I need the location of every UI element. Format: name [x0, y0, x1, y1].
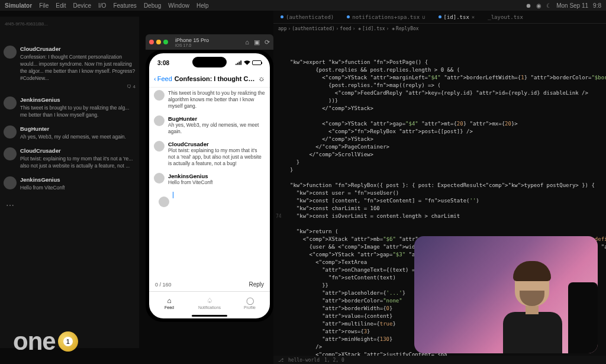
bell-icon: ♤: [207, 297, 213, 305]
thread-text: Ah yes, Web3, my old nemesis, we meet ag…: [168, 122, 265, 135]
menu-debug[interactable]: Debug: [144, 2, 161, 9]
thread-text: This tweet is brought to you by realizin…: [168, 90, 265, 109]
window-zoom-icon[interactable]: [163, 40, 168, 44]
avatar: [4, 147, 17, 160]
status-git: 1, 2, 0: [324, 357, 344, 363]
line-number: 74: [276, 212, 282, 220]
avatar: [4, 125, 17, 138]
reply-input[interactable]: [173, 192, 260, 221]
simulator-titlebar: iPhone 15 Pro iOS 17.0 ⌂ ▣ ⟳: [146, 34, 273, 50]
feed-username: CloudCrusader: [20, 147, 136, 154]
breadcrumb[interactable]: app › (authenticated) › feed › ◈ [id].ts…: [273, 24, 606, 33]
signal-icon: [236, 60, 242, 65]
moon-icon[interactable]: ☾: [546, 2, 552, 9]
dynamic-island: [192, 57, 227, 67]
person: [491, 253, 574, 353]
feed-text: This tweet is brought to you by realizin…: [20, 104, 136, 118]
feed-more-icon[interactable]: ⋯: [4, 198, 136, 212]
mac-menubar: Simulator File Edit Device I/O Features …: [0, 0, 606, 11]
feed-username: JenkinsGenius: [20, 176, 136, 183]
tab-feed[interactable]: ⌂ Feed: [149, 292, 189, 314]
status-time: 3:08: [157, 60, 169, 66]
nav-header: ‹ Feed Confession: I thought Content... …: [149, 70, 270, 88]
thread-item[interactable]: This tweet is brought to you by realizin…: [154, 90, 265, 109]
avatar: [4, 96, 17, 109]
editor-tab[interactable]: _layout.tsx: [484, 13, 527, 21]
reply-footer: 0 / 160 Reply: [149, 278, 270, 291]
sim-screenshot-icon[interactable]: ▣: [254, 38, 260, 46]
menu-help[interactable]: Help: [196, 2, 209, 9]
menubar-extra: 9:8: [593, 2, 601, 9]
git-branch-icon[interactable]: ⎇: [278, 357, 283, 363]
status-project: hello-world: [288, 357, 320, 363]
sim-os-version: iOS 17.0: [175, 43, 209, 47]
thread-item[interactable]: CloudCrusader Plot twist: explaining to …: [154, 141, 265, 167]
tab-label: Feed: [165, 305, 174, 310]
page-title: Confession: I thought Content...: [172, 75, 258, 82]
comment-count: 🗨 4: [20, 84, 136, 89]
sim-home-icon[interactable]: ⌂: [245, 38, 249, 46]
menu-window[interactable]: Window: [168, 2, 189, 9]
menu-file[interactable]: File: [39, 2, 49, 9]
svg-rect-2: [239, 62, 240, 65]
chevron-left-icon: ‹: [154, 75, 156, 82]
back-button[interactable]: ‹ Feed: [154, 75, 172, 82]
avatar: [154, 141, 165, 152]
webcam-overlay: [414, 236, 598, 353]
sim-rotate-icon[interactable]: ⟳: [265, 38, 270, 46]
reply-area: [154, 192, 265, 221]
avatar: [154, 173, 165, 183]
menu-features[interactable]: Features: [113, 2, 136, 9]
logo-ball-icon: 1: [58, 331, 78, 352]
menubar-clock: Mon Sep 11: [556, 2, 588, 9]
brand-logo: one 1: [13, 327, 78, 356]
theme-toggle-icon[interactable]: ☼: [258, 74, 265, 83]
thread-item[interactable]: BugHunter Ah yes, Web3, my old nemesis, …: [154, 115, 265, 135]
user-icon: ◯: [246, 297, 254, 305]
simulator-title: iPhone 15 Pro iOS 17.0: [175, 37, 209, 47]
feed-item[interactable]: JenkinsGenius Hello from ViteConf!: [4, 176, 136, 191]
feed-item[interactable]: CloudCrusader Plot twist: explaining to …: [4, 147, 136, 169]
wifi-icon: [244, 60, 250, 65]
thread-item[interactable]: JenkinsGenius Hello from ViteConf!: [154, 173, 265, 186]
svg-rect-1: [237, 63, 238, 65]
editor-tab[interactable]: (authenticated): [277, 13, 337, 21]
tab-label: Notifications: [198, 305, 221, 310]
thread-username: JenkinsGenius: [168, 173, 265, 179]
feed-text: Confession: I thought Content personaliz…: [20, 53, 136, 82]
tab-label: Profile: [244, 305, 256, 310]
svg-rect-3: [240, 60, 241, 65]
menu-io[interactable]: I/O: [98, 2, 106, 9]
iphone-screen: 3:08 ‹ Feed Confession: I thought Conten…: [149, 53, 270, 318]
logo-ball-number: 1: [63, 337, 73, 346]
feed-username: JenkinsGenius: [20, 96, 136, 103]
home-indicator[interactable]: [192, 315, 227, 317]
desktop-feed-window: 4f45-9f76-f0631B8... CloudCrusader Confe…: [0, 17, 139, 348]
window-minimize-icon[interactable]: [156, 40, 161, 44]
window-close-icon[interactable]: [149, 40, 154, 44]
feed-id-line: 4f45-9f76-f0631B8...: [4, 20, 136, 28]
thread-content[interactable]: This tweet is brought to you by realizin…: [149, 88, 270, 278]
close-icon: ×: [472, 14, 475, 20]
logo-text: one: [13, 327, 56, 356]
feed-item[interactable]: BugHunter Ah yes, Web3, my old nemesis, …: [4, 125, 136, 140]
thread-username: CloudCrusader: [168, 141, 265, 147]
record-icon[interactable]: ⏺: [526, 2, 531, 9]
menubar-app: Simulator: [5, 2, 32, 9]
editor-tab[interactable]: notifications+spa.tsx∪: [343, 13, 428, 21]
reply-button[interactable]: Reply: [249, 281, 264, 288]
menu-edit[interactable]: Edit: [56, 2, 66, 9]
sim-device-name: iPhone 15 Pro: [175, 37, 209, 43]
tab-profile[interactable]: ◯ Profile: [230, 292, 270, 314]
editor-tab-active[interactable]: [id].tsx×: [435, 13, 479, 21]
tab-notifications[interactable]: ♤ Notifications: [189, 292, 230, 314]
thread-text: Hello from ViteConf!: [168, 179, 265, 186]
editor-tabs: (authenticated) notifications+spa.tsx∪ […: [273, 11, 606, 24]
feed-item[interactable]: JenkinsGenius This tweet is brought to y…: [4, 96, 136, 118]
wifi-icon[interactable]: ◉: [536, 2, 541, 9]
feed-text: Hello from ViteConf!: [20, 184, 136, 191]
menu-device[interactable]: Device: [73, 2, 91, 9]
avatar: [154, 115, 165, 126]
thread-text: Plot twist: explaining to my mom that it…: [168, 147, 265, 167]
feed-item[interactable]: CloudCrusader Confession: I thought Cont…: [4, 46, 136, 89]
